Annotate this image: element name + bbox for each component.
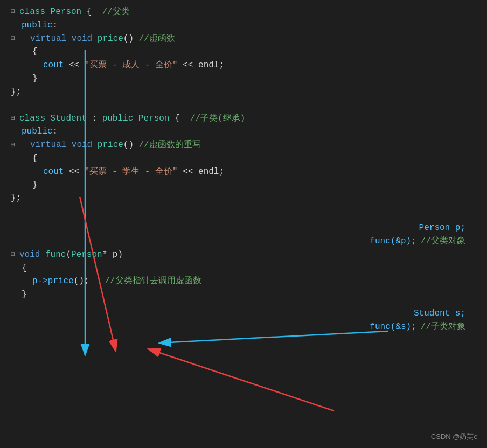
cout-adult: cout	[43, 59, 69, 72]
line-class-student: ⊟ class Student : public Person { //子类(继…	[11, 112, 482, 125]
keyword-virtual: virtual	[30, 32, 72, 46]
line-func-s: func(&s);//子类对象	[11, 320, 482, 334]
line-public: public:	[11, 19, 482, 32]
keyword-public3: public	[22, 125, 53, 138]
line-brace3: {	[11, 152, 482, 165]
line-cout-student: cout << "买票 - 学生 - 全价" << endl;	[11, 165, 482, 179]
keyword-void: void	[72, 32, 98, 46]
fn-price2: price	[98, 138, 123, 152]
keyword-public: public	[22, 19, 53, 32]
watermark: CSDN @奶芙c	[431, 432, 477, 442]
comment-func-p: //父类对象	[421, 235, 465, 248]
student-s-label: Student s;	[414, 307, 465, 320]
code-area: ⊟ class Person { //父类 public: ⊟ virtual …	[0, 0, 487, 448]
line-brace4: }	[11, 179, 482, 192]
comment-p-price: //父类指针去调用虚函数	[105, 275, 201, 288]
keyword-virtual2: virtual	[30, 138, 72, 152]
keyword-void3: void	[19, 248, 45, 262]
line-func-p: func(&p);//父类对象	[11, 235, 482, 248]
classname-person: Person	[51, 5, 82, 19]
line-cout-adult: cout << "买票 - 成人 - 全价" << endl;	[11, 59, 482, 72]
classname-person3: Person	[71, 248, 102, 262]
brace-open: {	[81, 5, 102, 19]
str-student: "买票 - 学生 - 全价"	[85, 165, 178, 179]
line-brace5: {	[11, 262, 482, 275]
collapse-icon-3[interactable]: ⊟	[11, 113, 17, 124]
keyword-public2: public	[102, 112, 138, 125]
line-close-student: };	[11, 192, 482, 205]
classname-student: Student	[51, 112, 87, 125]
line-func-decl: ⊟ void func(Person* p)	[11, 248, 482, 262]
line-brace1: {	[11, 45, 482, 59]
str-adult: "买票 - 成人 - 全价"	[85, 59, 178, 72]
collapse-icon-1[interactable]: ⊟	[11, 6, 17, 17]
spacer3	[11, 302, 482, 307]
right-labels-bottom: Student s; func(&s);//子类对象	[11, 307, 482, 334]
line-public2: public:	[11, 125, 482, 138]
line-person-p: Person p;	[11, 221, 482, 235]
line-virtual-price: ⊟ virtual void price() //虚函数	[11, 32, 482, 46]
spacer1	[11, 99, 482, 112]
line-brace2: }	[11, 72, 482, 86]
func-s-label: func(&s);	[370, 320, 416, 334]
comment-func-s: //子类对象	[421, 320, 465, 334]
person-p-label: Person p;	[419, 221, 465, 235]
p-price-call: p->price	[32, 275, 74, 288]
comment-parent: //父类	[102, 5, 130, 19]
line-close-person: };	[11, 86, 482, 99]
collapse-icon-5[interactable]: ⊟	[11, 249, 17, 260]
right-labels: Person p; func(&p);//父类对象	[11, 221, 482, 248]
line-class-person: ⊟ class Person { //父类	[11, 5, 482, 19]
line-brace6: }	[11, 288, 482, 302]
fn-price: price	[98, 32, 123, 46]
keyword-void2: void	[72, 138, 98, 152]
spacer2	[11, 205, 482, 221]
fn-func: func	[45, 248, 66, 262]
line-virtual-price2: ⊟ virtual void price() //虚函数的重写	[11, 138, 482, 152]
comment-child: //子类(继承)	[190, 112, 245, 125]
comment-virtual: //虚函数	[139, 32, 175, 46]
collapse-icon-4[interactable]: ⊟	[11, 140, 17, 151]
func-p-label: func(&p);	[370, 235, 416, 248]
cout-student: cout	[43, 165, 69, 179]
line-p-price: p->price(); //父类指针去调用虚函数	[11, 275, 482, 288]
keyword-class2: class	[19, 112, 51, 125]
line-student-s: Student s;	[11, 307, 482, 320]
comment-override: //虚函数的重写	[139, 138, 201, 152]
collapse-icon-2[interactable]: ⊟	[11, 33, 17, 44]
keyword-class: class	[19, 5, 51, 19]
classname-person2: Person	[138, 112, 170, 125]
